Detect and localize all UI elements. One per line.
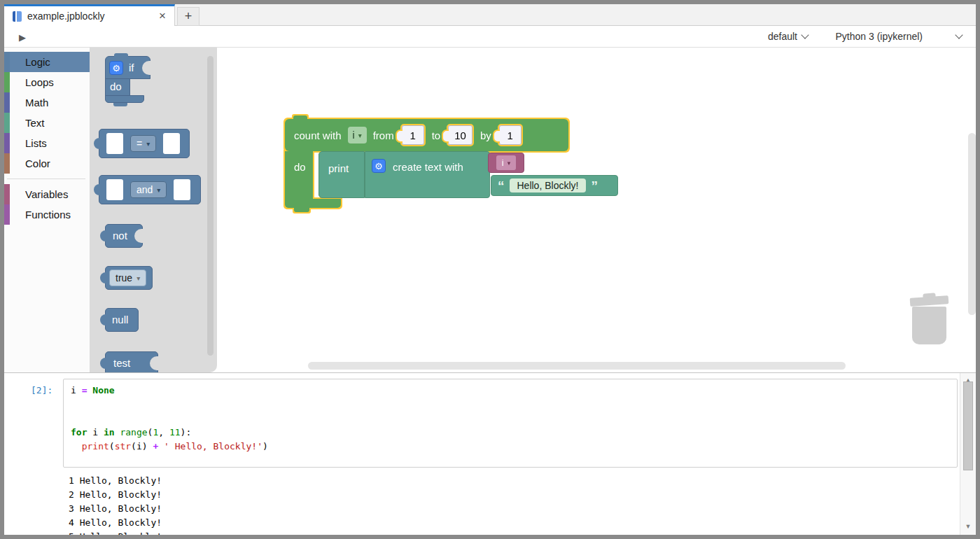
tab-example-jpblockly[interactable]: example.jpblockly ×	[4, 4, 175, 26]
output-line: 5 Hello, Blockly!	[69, 530, 162, 535]
operator-label: and	[136, 184, 153, 195]
toolbox-category-color[interactable]: Color	[4, 153, 90, 174]
variable-i-block[interactable]: i ▾	[488, 153, 524, 173]
cell-prompt: [2]:	[31, 384, 52, 397]
block-top-notch	[293, 115, 307, 119]
workspace-horizontal-scrollbar[interactable]	[308, 362, 846, 370]
kernel-selector[interactable]: Python 3 (ipykernel)	[835, 26, 923, 47]
loop-variable-dropdown[interactable]: i ▾	[348, 127, 367, 144]
category-label: Variables	[25, 188, 68, 200]
flyout-block-not[interactable]: not	[105, 224, 143, 248]
category-color-strip	[4, 133, 10, 153]
open-quote-icon: “	[498, 179, 505, 192]
new-tab-button[interactable]: +	[177, 7, 200, 26]
to-label: to	[432, 130, 441, 141]
flyout-scrollbar[interactable]	[207, 56, 214, 356]
text-value-field[interactable]: Hello, Blockly!	[510, 178, 587, 192]
category-label: Math	[25, 97, 48, 108]
boolean-label: true	[115, 272, 132, 284]
blockly-workspace[interactable]: count with i ▾ from 1 to 10 by 1 do	[217, 48, 976, 372]
blockly-editor: Logic Loops Math Text Lists Color	[4, 48, 976, 373]
play-icon: ▶	[19, 32, 26, 43]
flyout-block-null[interactable]: null	[105, 308, 139, 332]
flyout-block-compare[interactable]: = ▾	[99, 129, 190, 158]
toolbox-category-math[interactable]: Math	[4, 92, 90, 113]
output-line: 1 Hello, Blockly!	[69, 474, 162, 488]
flyout-block-and[interactable]: and ▾	[99, 175, 201, 204]
block-bottom-notch	[113, 103, 127, 106]
flyout-block-test[interactable]: test	[105, 351, 158, 372]
do-label: do	[294, 161, 306, 173]
value-socket	[106, 179, 123, 200]
output-line: 2 Hello, Blockly!	[69, 488, 162, 502]
logic-operator-dropdown[interactable]: and ▾	[130, 181, 167, 198]
block-bottom-notch	[294, 208, 309, 212]
dropdown-arrow-icon: ▾	[136, 274, 140, 282]
do-label: do	[110, 80, 122, 92]
gear-icon[interactable]: ⚙	[109, 61, 123, 75]
category-color-strip	[4, 72, 10, 92]
tab-bar: example.jpblockly × +	[4, 4, 976, 26]
tab-title: example.jpblockly	[27, 10, 156, 22]
trash-icon[interactable]	[912, 307, 946, 344]
category-color-strip	[4, 52, 10, 72]
from-value-block[interactable]: 1	[400, 124, 426, 146]
by-label: by	[480, 130, 491, 141]
category-label: Lists	[25, 137, 47, 149]
mode-dropdown[interactable]: default	[768, 26, 808, 47]
close-icon[interactable]: ×	[156, 9, 169, 23]
toolbox-category-logic[interactable]: Logic	[4, 52, 90, 72]
category-label: Text	[25, 117, 45, 129]
flyout-block-if[interactable]: ⚙ if do	[105, 56, 161, 112]
blockly-flyout: ⚙ if do = ▾	[90, 48, 217, 372]
chevron-down-icon	[801, 31, 808, 38]
if-label: if	[129, 62, 134, 74]
cell-output-area: 1 Hello, Blockly! 2 Hello, Blockly! 3 He…	[69, 474, 162, 535]
loop-variable-label: i	[353, 130, 355, 141]
category-label: Logic	[25, 56, 50, 68]
print-block[interactable]: print	[318, 151, 365, 198]
variable-dropdown[interactable]: i ▾	[496, 155, 516, 170]
variable-label: i	[502, 158, 504, 168]
category-color-strip	[4, 153, 10, 174]
flyout-block-boolean[interactable]: true ▾	[105, 266, 153, 290]
boolean-dropdown[interactable]: true ▾	[109, 270, 146, 286]
chevron-down-icon	[955, 31, 962, 38]
operator-dropdown[interactable]: = ▾	[130, 135, 156, 152]
category-label: Loops	[25, 76, 54, 88]
category-color-strip	[4, 113, 10, 133]
by-value-block[interactable]: 1	[498, 124, 523, 146]
dropdown-arrow-icon: ▾	[507, 160, 511, 167]
gear-icon[interactable]: ⚙	[372, 159, 386, 173]
notebook-scrollbar[interactable]: ▲ ▼	[960, 373, 976, 535]
create-text-with-block[interactable]: ⚙ create text with	[365, 151, 490, 198]
category-label: Functions	[25, 209, 71, 220]
text-string-block[interactable]: “ Hello, Blockly! ”	[491, 175, 618, 196]
scroll-down-icon[interactable]: ▼	[965, 523, 972, 530]
notebook-toolbar: ▶ default Python 3 (ipykernel)	[4, 26, 976, 48]
plus-icon: +	[185, 9, 192, 24]
dropdown-arrow-icon: ▾	[157, 186, 160, 194]
run-button[interactable]: ▶	[15, 30, 29, 44]
test-label: test	[113, 357, 130, 369]
workspace-vertical-scrollbar[interactable]	[968, 133, 976, 315]
scrollbar-thumb[interactable]	[963, 382, 973, 470]
notebook-panel: [2]: i = None for i in range(1, 11): pri…	[4, 373, 976, 535]
toolbox-category-functions[interactable]: Functions	[4, 204, 90, 225]
toolbox-separator	[7, 178, 85, 179]
value-socket	[163, 133, 180, 154]
toolbox-category-loops[interactable]: Loops	[4, 72, 90, 92]
to-value-block[interactable]: 10	[447, 124, 474, 146]
output-line: 4 Hello, Blockly!	[69, 516, 162, 530]
toolbox-category-text[interactable]: Text	[4, 113, 90, 133]
file-icon	[13, 11, 22, 22]
code-cell-input[interactable]: i = None for i in range(1, 11): print(st…	[63, 379, 958, 468]
dropdown-arrow-icon: ▾	[358, 132, 362, 139]
null-label: null	[112, 314, 128, 326]
print-label: print	[328, 162, 349, 174]
category-color-strip	[4, 92, 10, 113]
kernel-dropdown[interactable]	[956, 26, 962, 47]
kernel-label: Python 3 (ipykernel)	[835, 31, 923, 42]
toolbox-category-lists[interactable]: Lists	[4, 133, 90, 153]
toolbox-category-variables[interactable]: Variables	[4, 184, 90, 204]
